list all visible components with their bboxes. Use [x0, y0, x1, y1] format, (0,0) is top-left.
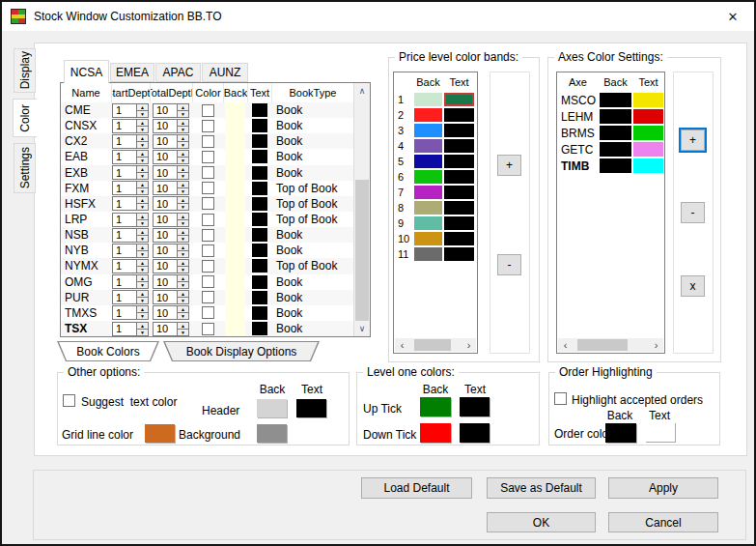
axes-add-button[interactable]: +: [681, 129, 705, 151]
text-color-swatch[interactable]: [252, 119, 267, 132]
start-depth-spinner[interactable]: 1▲▼: [112, 259, 149, 273]
total-depth-spinner[interactable]: 10▲▼: [153, 322, 189, 336]
band-back-swatch[interactable]: [414, 247, 442, 261]
axes-row[interactable]: BRMS: [557, 125, 664, 141]
spin-down-icon[interactable]: ▼: [137, 188, 148, 194]
color-checkbox[interactable]: [202, 244, 214, 257]
total-depth-spinner[interactable]: 10▲▼: [153, 274, 189, 289]
band-text-swatch[interactable]: [444, 232, 474, 245]
spin-down-icon[interactable]: ▼: [178, 330, 188, 335]
spin-down-icon[interactable]: ▼: [178, 236, 188, 242]
spin-down-icon[interactable]: ▼: [178, 173, 188, 179]
spin-up-icon[interactable]: ▲: [137, 306, 148, 313]
spin-down-icon[interactable]: ▼: [137, 111, 148, 117]
color-checkbox[interactable]: [202, 323, 214, 335]
text-color-swatch[interactable]: [252, 182, 267, 195]
tab-display[interactable]: Display: [14, 48, 36, 93]
table-row[interactable]: PUR1▲▼10▲▼Book: [61, 290, 353, 305]
spin-down-icon[interactable]: ▼: [137, 282, 148, 288]
price-band-row[interactable]: 3: [394, 123, 477, 138]
close-icon[interactable]: ✕: [724, 8, 742, 25]
spin-down-icon[interactable]: ▼: [137, 204, 148, 210]
total-depth-spinner[interactable]: 10▲▼: [153, 119, 189, 133]
tab-ncsa[interactable]: NCSA: [64, 60, 109, 83]
price-band-row[interactable]: 6: [394, 169, 477, 185]
up-tick-text-swatch[interactable]: [460, 397, 490, 417]
color-checkbox[interactable]: [202, 214, 214, 226]
spin-down-icon[interactable]: ▼: [137, 313, 148, 319]
order-back-swatch[interactable]: [605, 423, 636, 443]
color-checkbox[interactable]: [202, 151, 214, 163]
spin-down-icon[interactable]: ▼: [137, 220, 148, 226]
total-depth-spinner[interactable]: 10▲▼: [153, 228, 189, 243]
spin-up-icon[interactable]: ▲: [178, 275, 188, 282]
table-row[interactable]: NSB1▲▼10▲▼Book: [61, 227, 353, 243]
band-back-swatch[interactable]: [414, 93, 442, 106]
axe-text-swatch[interactable]: [633, 142, 663, 157]
spin-up-icon[interactable]: ▲: [137, 214, 148, 220]
table-row[interactable]: EAB1▲▼10▲▼Book: [61, 149, 353, 164]
spin-down-icon[interactable]: ▼: [137, 127, 148, 132]
band-back-swatch[interactable]: [414, 186, 442, 199]
axe-back-swatch[interactable]: [600, 126, 631, 140]
axe-text-swatch[interactable]: [633, 109, 663, 124]
spin-up-icon[interactable]: ▲: [137, 260, 148, 267]
spin-down-icon[interactable]: ▼: [178, 111, 188, 117]
apply-button[interactable]: Apply: [608, 477, 718, 499]
axe-text-swatch[interactable]: [633, 93, 663, 107]
spin-up-icon[interactable]: ▲: [137, 229, 148, 236]
back-color-swatch[interactable]: [225, 133, 245, 149]
total-depth-spinner[interactable]: 10▲▼: [153, 196, 189, 211]
table-row[interactable]: NYMX1▲▼10▲▼Top of Book: [61, 258, 353, 273]
color-checkbox[interactable]: [202, 182, 214, 194]
price-band-row[interactable]: 10: [394, 231, 477, 246]
start-depth-spinner[interactable]: 1▲▼: [112, 181, 149, 195]
total-depth-spinner[interactable]: 10▲▼: [153, 165, 189, 180]
total-depth-spinner[interactable]: 10▲▼: [153, 305, 189, 320]
back-color-swatch[interactable]: [225, 258, 245, 273]
ok-button[interactable]: OK: [487, 512, 596, 532]
spin-up-icon[interactable]: ▲: [178, 260, 188, 267]
spin-down-icon[interactable]: ▼: [178, 251, 188, 257]
back-color-swatch[interactable]: [225, 118, 245, 133]
start-depth-spinner[interactable]: 1▲▼: [112, 213, 149, 227]
total-depth-spinner[interactable]: 10▲▼: [153, 213, 189, 227]
spin-up-icon[interactable]: ▲: [178, 197, 188, 204]
text-color-swatch[interactable]: [252, 228, 267, 242]
price-band-row[interactable]: 5: [394, 154, 477, 169]
band-text-swatch[interactable]: [444, 201, 474, 215]
header-back-swatch[interactable]: [257, 399, 287, 417]
cancel-button[interactable]: Cancel: [608, 512, 718, 532]
back-color-swatch[interactable]: [225, 227, 245, 243]
table-row[interactable]: CME1▲▼10▲▼Book: [61, 102, 353, 118]
spin-up-icon[interactable]: ▲: [178, 229, 188, 236]
start-depth-spinner[interactable]: 1▲▼: [112, 196, 149, 211]
save-as-default-button[interactable]: Save as Default: [487, 477, 596, 499]
back-color-swatch[interactable]: [225, 102, 245, 118]
start-depth-spinner[interactable]: 1▲▼: [112, 119, 149, 133]
axes-row[interactable]: LEHM: [557, 108, 664, 125]
spin-down-icon[interactable]: ▼: [178, 158, 188, 163]
scroll-thumb[interactable]: [577, 339, 628, 351]
spin-down-icon[interactable]: ▼: [137, 142, 148, 148]
back-color-swatch[interactable]: [225, 321, 245, 336]
back-color-swatch[interactable]: [225, 290, 245, 305]
band-back-swatch[interactable]: [414, 124, 442, 137]
spin-up-icon[interactable]: ▲: [178, 291, 188, 298]
text-color-swatch[interactable]: [252, 103, 267, 117]
table-row[interactable]: TMXS1▲▼10▲▼Book: [61, 305, 353, 321]
bands-remove-button[interactable]: -: [497, 254, 521, 275]
axes-row[interactable]: TIMB: [557, 158, 664, 174]
start-depth-spinner[interactable]: 1▲▼: [112, 274, 149, 289]
axe-text-swatch[interactable]: [633, 158, 663, 173]
tab-emea[interactable]: EMEA: [110, 63, 154, 82]
spin-up-icon[interactable]: ▲: [137, 135, 148, 142]
spin-up-icon[interactable]: ▲: [137, 275, 148, 282]
grid-line-color-swatch[interactable]: [145, 424, 175, 443]
total-depth-spinner[interactable]: 10▲▼: [153, 290, 189, 304]
spin-up-icon[interactable]: ▲: [137, 120, 148, 127]
spin-up-icon[interactable]: ▲: [178, 182, 188, 188]
total-depth-spinner[interactable]: 10▲▼: [153, 259, 189, 273]
up-tick-back-swatch[interactable]: [420, 397, 451, 417]
spin-up-icon[interactable]: ▲: [137, 197, 148, 204]
